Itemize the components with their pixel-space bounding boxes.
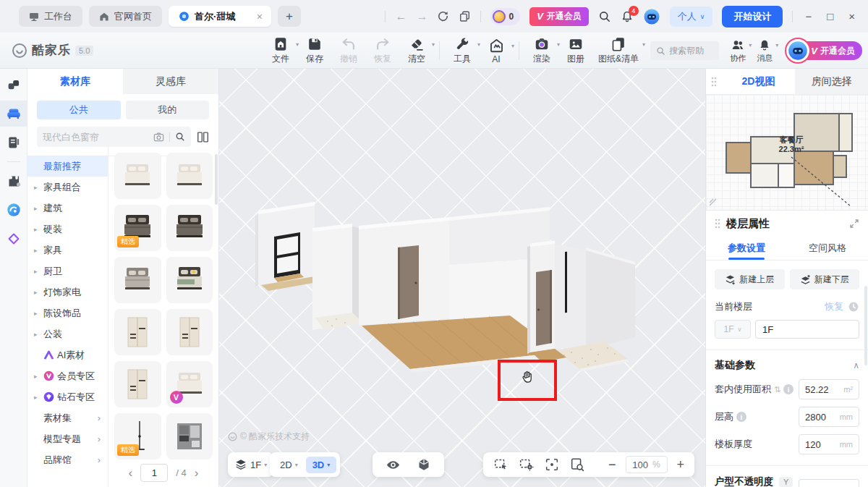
category-item-家具组合[interactable]: ▸家具组合: [27, 177, 108, 198]
new-upper-floor-button[interactable]: 新建上层: [715, 269, 785, 289]
restore-link[interactable]: 恢复: [825, 300, 843, 313]
rail-furniture-button[interactable]: [0, 101, 27, 127]
rail-plugins-button[interactable]: [0, 168, 27, 194]
tab-space-style[interactable]: 空间风格: [787, 237, 868, 260]
duplicate-icon[interactable]: [459, 10, 471, 22]
category-item-建筑[interactable]: ▸建筑: [27, 198, 108, 219]
scrollbar-thumb[interactable]: [864, 286, 867, 365]
notifications-button[interactable]: 4: [621, 10, 634, 23]
param-input[interactable]: 52.22m²: [799, 379, 859, 399]
category-item-模型专题[interactable]: 模型专题›: [27, 428, 108, 449]
page-prev-icon[interactable]: ‹: [129, 466, 133, 480]
collaborate-button[interactable]: ▾ 协作: [730, 38, 746, 64]
category-item-灯饰家电[interactable]: ▸灯饰家电: [27, 281, 108, 302]
close-tab-icon[interactable]: ×: [255, 11, 264, 22]
category-item-AI素材[interactable]: AI素材: [27, 344, 108, 365]
thumbnail-cabinet[interactable]: [166, 413, 213, 460]
category-item-陈设饰品[interactable]: ▸陈设饰品: [27, 302, 108, 323]
search-icon[interactable]: [175, 132, 185, 142]
scrollbar-thumb[interactable]: [215, 154, 218, 205]
expand-panel-icon[interactable]: [849, 219, 859, 229]
tab-workbench[interactable]: 工作台: [19, 6, 82, 27]
vip-upgrade-button[interactable]: V 开通会员: [529, 7, 589, 26]
category-item-素材集[interactable]: 素材集›: [27, 407, 108, 428]
thumbnail-wardrobe[interactable]: [114, 361, 161, 407]
profile-menu-button[interactable]: 个人 ∨: [670, 7, 713, 27]
toolbar-tool-render-camera[interactable]: ▾渲染: [530, 36, 553, 65]
assistant-avatar[interactable]: [643, 8, 660, 25]
floorplan-minimap[interactable]: 客餐厅 22.3m²: [706, 95, 868, 211]
thumbnail-wardrobe[interactable]: [114, 309, 161, 355]
focus-center-icon[interactable]: [544, 457, 560, 473]
tab-room-select[interactable]: 房间选择: [795, 69, 868, 94]
thumbnail-bed-light[interactable]: [114, 153, 161, 199]
thumbnail-bed-light[interactable]: [166, 153, 213, 199]
tab-parameter-settings[interactable]: 参数设置: [706, 237, 787, 260]
page-input[interactable]: [140, 464, 168, 482]
toolbar-tool-ai-house[interactable]: ▾AI: [485, 38, 508, 64]
collapse-chevron-icon[interactable]: ∧: [853, 360, 859, 370]
category-item-家具[interactable]: ▸家具: [27, 240, 108, 261]
category-item-公装[interactable]: ▸公装: [27, 323, 108, 344]
thumbnail-bed-dark[interactable]: [166, 205, 213, 251]
tab-project[interactable]: 首尔·甜城 ×: [169, 6, 271, 27]
category-item-厨卫[interactable]: ▸厨卫: [27, 261, 108, 281]
page-next-icon[interactable]: ›: [195, 466, 199, 480]
tab-mine[interactable]: 我的: [126, 101, 210, 119]
thumbnail-lamp[interactable]: 精选: [114, 413, 161, 460]
tab-material-library[interactable]: 素材库: [27, 69, 123, 94]
material-search-input[interactable]: [43, 132, 148, 143]
toolbar-tool-album[interactable]: 图册: [564, 36, 587, 65]
coin-balance[interactable]: 0: [490, 8, 520, 25]
layout-columns-icon[interactable]: [197, 131, 209, 143]
param-input[interactable]: 2800mm: [799, 407, 859, 427]
help-search[interactable]: [650, 41, 719, 60]
toolbar-tool-file[interactable]: ▾文件: [269, 36, 292, 65]
camera-search-icon[interactable]: [153, 132, 164, 142]
category-item-会员专区[interactable]: ▸会员专区: [27, 365, 108, 386]
thumbnail-bed-dark[interactable]: 精选: [114, 205, 161, 251]
tab-public[interactable]: 公共: [37, 101, 121, 119]
maximize-icon[interactable]: □: [824, 10, 836, 22]
rail-brand-logo-button[interactable]: [0, 226, 27, 252]
rail-app-button[interactable]: [0, 197, 27, 223]
vip-upgrade-button[interactable]: V 开通会员: [789, 41, 862, 60]
cube-icon[interactable]: [417, 457, 431, 472]
thumbnail-bed-gray[interactable]: [114, 257, 161, 303]
category-item-品牌馆[interactable]: 品牌馆›: [27, 449, 108, 470]
start-design-button[interactable]: 开始设计: [722, 6, 783, 27]
tab-inspiration-library[interactable]: 灵感库: [123, 69, 218, 94]
viewport-3d[interactable]: © 酷家乐技术支持 1F ▾ 2D ▾ 3D ▾ − 100 % +: [219, 69, 705, 487]
drag-handle-icon[interactable]: [715, 219, 720, 229]
messages-button[interactable]: ▾ 消息: [757, 38, 773, 64]
mode-2d-button[interactable]: 2D ▾: [273, 457, 305, 473]
zoom-in-icon[interactable]: +: [677, 457, 685, 473]
refresh-icon[interactable]: [437, 10, 449, 22]
tab-2d-view[interactable]: 2D视图: [722, 69, 795, 94]
search-icon[interactable]: [598, 10, 611, 23]
floor-name-input[interactable]: 1F: [755, 320, 859, 339]
sort-toggle-icon[interactable]: ⇅: [774, 385, 780, 394]
basic-params-header[interactable]: 基础参数 ∧: [715, 359, 859, 372]
drag-handle-icon[interactable]: [706, 69, 722, 94]
category-item-硬装[interactable]: ▸硬装: [27, 219, 108, 240]
rail-floorplan-button[interactable]: [0, 72, 27, 98]
zoom-level[interactable]: 100 %: [626, 456, 668, 473]
nav-back-icon[interactable]: ←: [395, 10, 407, 23]
param-input[interactable]: 120mm: [799, 434, 859, 454]
toolbar-tool-drawings[interactable]: ▾图纸&清单: [598, 36, 639, 65]
marquee-settings-icon[interactable]: [519, 457, 535, 473]
nav-forward-icon[interactable]: →: [416, 10, 427, 23]
tab-homepage[interactable]: 官网首页: [89, 6, 162, 27]
rail-list-button[interactable]: [0, 130, 27, 156]
material-search[interactable]: [37, 127, 191, 147]
floor-select[interactable]: 1F ∨: [715, 320, 751, 339]
toolbar-tool-eraser[interactable]: ▾清空: [405, 36, 428, 65]
resize-handle-icon[interactable]: [709, 198, 718, 207]
category-item-钻石专区[interactable]: ▸钻石专区: [27, 386, 108, 407]
thumbnail-bed-green[interactable]: [166, 257, 213, 303]
info-icon[interactable]: i: [783, 384, 793, 394]
history-clock-icon[interactable]: [848, 301, 859, 313]
clipped-input[interactable]: [799, 479, 859, 487]
toolbar-tool-save[interactable]: 保存: [303, 36, 326, 65]
